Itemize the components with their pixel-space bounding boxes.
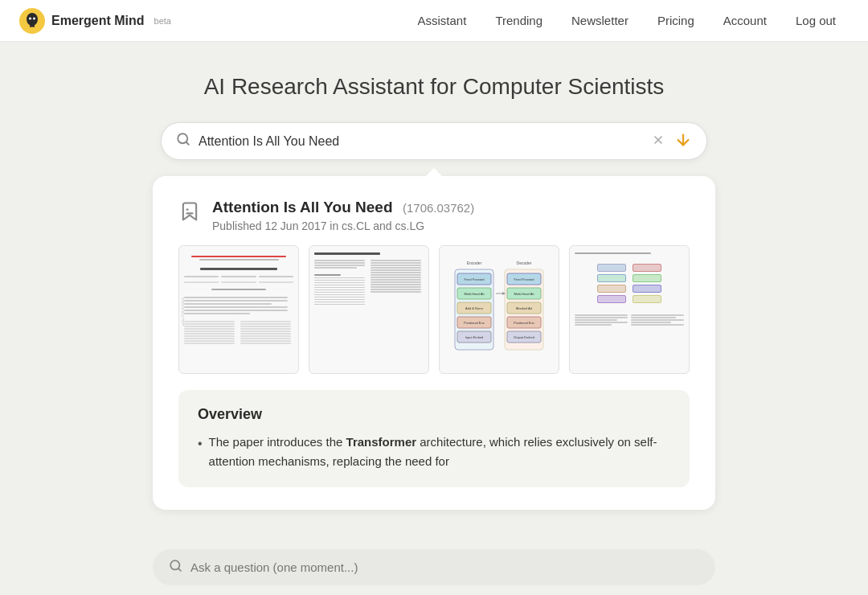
nav-pricing[interactable]: Pricing xyxy=(645,9,707,32)
page-previews: arXiv:1706.03762v5 xyxy=(178,245,690,374)
search-submit-button[interactable] xyxy=(674,131,692,151)
svg-text:Multi-Head Att: Multi-Head Att xyxy=(464,292,485,296)
search-icon xyxy=(176,132,190,150)
paper-title: Attention Is All You Need xyxy=(212,199,393,215)
paper-header: Attention Is All You Need (1706.03762) P… xyxy=(178,199,690,232)
svg-point-1 xyxy=(27,13,38,26)
paper-bookmark-icon xyxy=(178,200,201,228)
svg-line-7 xyxy=(186,142,188,144)
search-bar xyxy=(161,122,707,160)
svg-rect-3 xyxy=(31,27,34,28)
page-title: AI Research Assistant for Computer Scien… xyxy=(204,74,665,100)
svg-text:Add & Norm: Add & Norm xyxy=(465,306,483,310)
paper-date: Published 12 Jun 2017 in cs.CL and cs.LG xyxy=(212,220,474,232)
nav-logout[interactable]: Log out xyxy=(783,9,849,32)
nav: Assistant Trending Newsletter Pricing Ac… xyxy=(405,9,849,32)
logo-area: Emergent Mind beta xyxy=(19,8,171,34)
logo-icon xyxy=(19,8,45,34)
paper-meta: Attention Is All You Need (1706.03762) P… xyxy=(212,199,474,232)
page-preview-3[interactable]: Encoder Feed Forward Multi-Head Att Add … xyxy=(439,245,559,374)
app-name: Emergent Mind xyxy=(51,14,145,28)
nav-trending[interactable]: Trending xyxy=(482,9,555,32)
svg-text:Feed Forward: Feed Forward xyxy=(514,277,534,281)
search-clear-button[interactable] xyxy=(652,133,665,149)
overview-text-1: The paper introduces the Transformer arc… xyxy=(209,433,670,471)
svg-text:Feed Forward: Feed Forward xyxy=(465,277,485,281)
svg-text:Decoder: Decoder xyxy=(517,261,532,265)
nav-newsletter[interactable]: Newsletter xyxy=(559,9,641,32)
beta-label: beta xyxy=(154,16,171,26)
header: Emergent Mind beta Assistant Trending Ne… xyxy=(0,0,868,42)
paper-arxiv-id: (1706.03762) xyxy=(403,201,474,215)
bottom-question-input[interactable] xyxy=(190,560,699,574)
bullet-icon: • xyxy=(198,433,203,454)
svg-text:Output Embed: Output Embed xyxy=(514,335,534,339)
svg-point-4 xyxy=(29,17,31,19)
bottom-input-wrap xyxy=(153,549,715,585)
svg-text:Positional Enc: Positional Enc xyxy=(514,321,534,325)
svg-text:Positional Enc: Positional Enc xyxy=(464,321,484,325)
main-content: AI Research Assistant for Computer Scien… xyxy=(0,42,868,526)
svg-text:Masked Att: Masked Att xyxy=(516,306,533,310)
bottom-bar xyxy=(0,540,868,595)
page-preview-2[interactable] xyxy=(309,245,429,374)
search-actions xyxy=(652,131,692,151)
svg-point-5 xyxy=(33,17,35,19)
page-preview-1[interactable]: arXiv:1706.03762v5 xyxy=(178,245,299,374)
overview-bullet-1: • The paper introduces the Transformer a… xyxy=(198,433,670,471)
svg-line-39 xyxy=(178,568,181,571)
nav-assistant[interactable]: Assistant xyxy=(405,9,480,32)
overview-title: Overview xyxy=(198,406,670,423)
svg-text:Encoder: Encoder xyxy=(467,261,482,265)
svg-text:Multi-Head Att: Multi-Head Att xyxy=(514,292,534,296)
nav-account[interactable]: Account xyxy=(710,9,780,32)
bottom-search-icon xyxy=(169,559,182,576)
search-input[interactable] xyxy=(199,134,644,149)
overview-section: Overview • The paper introduces the Tran… xyxy=(178,390,690,487)
page-preview-4[interactable] xyxy=(569,245,690,374)
result-card: Attention Is All You Need (1706.03762) P… xyxy=(153,176,715,510)
svg-text:Input Embed: Input Embed xyxy=(465,335,484,339)
